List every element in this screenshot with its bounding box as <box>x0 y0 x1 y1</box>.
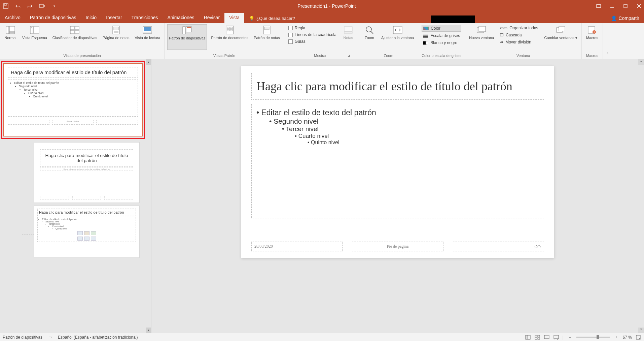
layout-thumbnail-2[interactable]: Haga clic para modificar el estilo de tí… <box>34 206 140 258</box>
arrange-all-button[interactable]: ▭▭Organizar todas <box>499 25 539 31</box>
body-level-1: Editar el estilo de texto del patrón <box>256 108 539 117</box>
tab-vista[interactable]: Vista <box>224 13 244 23</box>
thumb-layout2-body: Editar el estilo de texto del patrón Seg… <box>37 217 136 242</box>
guides-checkbox[interactable]: Guías <box>288 39 336 44</box>
notes-button[interactable]: Notas <box>341 24 356 50</box>
tree-connector <box>22 300 34 300</box>
group-mostrar: Regla Líneas de la cuadrícula Guías Nota… <box>284 23 359 59</box>
qat-dropdown-icon[interactable]: ▾ <box>51 3 57 9</box>
ruler-checkbox[interactable]: Regla <box>288 26 336 30</box>
slide-canvas[interactable]: Haga clic para modificar el estilo de tí… <box>241 66 554 258</box>
scroll-up-icon[interactable]: ▴ <box>638 59 644 65</box>
zoom-slider[interactable] <box>576 337 610 338</box>
thumbnail-scrollbar[interactable]: ▴ ▾ <box>146 59 151 333</box>
move-split-button[interactable]: ⇹Mover división <box>499 39 539 45</box>
close-icon[interactable] <box>637 4 641 8</box>
spell-check-icon[interactable]: ▭ <box>47 335 53 340</box>
scroll-up-icon[interactable]: ▴ <box>146 59 151 65</box>
tab-insertar[interactable]: Insertar <box>101 13 127 23</box>
group-color: Color Escala de grises Blanco y negro Co… <box>418 23 465 59</box>
color-button[interactable]: Color <box>422 25 461 32</box>
slide-sorter-button[interactable]: Clasificador de diapositivas <box>51 24 99 50</box>
notes-master-button[interactable]: Patrón de notas <box>252 24 281 50</box>
svg-rect-14 <box>75 26 79 30</box>
tab-revisar[interactable]: Revisar <box>199 13 224 23</box>
title-placeholder[interactable]: Haga clic para modificar el estilo de tí… <box>251 73 544 100</box>
svg-rect-10 <box>34 26 39 34</box>
reading-view-button[interactable]: Vista de lectura <box>134 24 162 50</box>
outline-view-button[interactable]: Vista Esquema <box>21 24 48 50</box>
master-slide-thumbnail[interactable]: 1 Haga clic para modificar el estilo de … <box>1 61 145 139</box>
date-placeholder[interactable]: 28/08/2020 <box>251 242 343 251</box>
svg-rect-40 <box>393 26 402 34</box>
save-icon[interactable] <box>3 3 9 9</box>
svg-rect-29 <box>230 27 232 29</box>
scroll-down-icon[interactable]: ▾ <box>146 328 151 333</box>
content-placeholder[interactable]: Editar el estilo de texto del patrón Seg… <box>251 104 544 218</box>
macros-button[interactable]: Macros <box>584 24 600 50</box>
fit-to-window-icon[interactable] <box>635 335 641 340</box>
share-button[interactable]: 👤Compartir <box>606 13 644 23</box>
normal-view-button[interactable]: Normal <box>3 24 18 50</box>
zoom-level[interactable]: 67 % <box>623 335 632 340</box>
reading-view-icon[interactable] <box>544 335 550 340</box>
arrange-all-icon: ▭▭ <box>500 26 507 30</box>
zoom-in-button[interactable]: + <box>613 335 619 340</box>
mostrar-launcher-icon[interactable]: ◢ <box>348 54 350 57</box>
normal-view-icon[interactable] <box>525 335 531 340</box>
slide-number-placeholder[interactable]: ‹Nº› <box>453 242 544 251</box>
svg-rect-5 <box>624 4 627 8</box>
maximize-icon[interactable] <box>623 4 628 8</box>
status-language[interactable]: Español (España - alfabetización tradici… <box>58 335 138 340</box>
thumb-layout1-title: Haga clic para modificar el estilo de tí… <box>40 149 133 167</box>
slide-sorter-view-icon[interactable] <box>534 335 540 340</box>
start-from-beginning-icon[interactable] <box>39 3 45 9</box>
reading-view-label: Vista de lectura <box>135 36 160 40</box>
svg-rect-6 <box>6 26 9 34</box>
grayscale-button[interactable]: Escala de grises <box>422 33 461 39</box>
svg-rect-53 <box>544 335 549 339</box>
slideshow-view-icon[interactable] <box>553 335 559 340</box>
footer-placeholder[interactable]: Pie de página <box>352 242 443 251</box>
layout-thumbnail-1[interactable]: Haga clic para modificar el estilo de tí… <box>34 142 140 203</box>
tab-patron-diapositivas[interactable]: Patrón de diapositivas <box>25 13 81 23</box>
slide-master-button[interactable]: Patrón de diapositivas <box>167 24 207 50</box>
tab-inicio[interactable]: Inicio <box>81 13 101 23</box>
thumb-master-title: Haga clic para modificar el estilo de tí… <box>8 67 138 78</box>
new-window-button[interactable]: Nueva ventana <box>468 24 495 50</box>
notes-page-button[interactable]: Página de notas <box>101 24 131 50</box>
svg-line-39 <box>371 31 373 34</box>
ruler-label: Regla <box>295 26 305 30</box>
gridlines-checkbox[interactable]: Líneas de la cuadrícula <box>288 32 336 37</box>
tell-me-search[interactable]: 💡¿Qué desea hacer? <box>244 14 300 23</box>
editor-scrollbar[interactable]: ▴ ▾ <box>638 59 644 333</box>
group-label-zoom: Zoom <box>384 53 393 58</box>
zoom-out-button[interactable]: − <box>567 335 573 340</box>
black-white-button[interactable]: Blanco y negro <box>422 40 461 46</box>
cascade-label: Cascada <box>506 33 522 37</box>
fit-to-window-button[interactable]: Ajustar a la ventana <box>380 24 415 50</box>
grayscale-label: Escala de grises <box>430 33 460 38</box>
svg-rect-51 <box>535 338 537 339</box>
cascade-button[interactable]: ❐Cascada <box>499 32 539 38</box>
switch-windows-label: Cambiar ventanas <box>544 36 574 40</box>
notes-master-label: Patrón de notas <box>254 36 280 40</box>
ribbon-display-options-icon[interactable] <box>596 4 601 8</box>
thumb-layout2-title: Haga clic para modificar el estilo de tí… <box>37 209 136 216</box>
collapse-ribbon-icon[interactable]: ˄ <box>603 23 612 59</box>
handout-master-button[interactable]: Patrón de documentos <box>210 24 250 50</box>
tab-archivo[interactable]: Archivo <box>0 13 25 23</box>
workspace: 1 Haga clic para modificar el estilo de … <box>0 59 644 333</box>
zoom-button[interactable]: Zoom <box>362 24 377 50</box>
undo-icon[interactable] <box>15 3 21 9</box>
minimize-icon[interactable] <box>610 4 614 8</box>
tab-transiciones[interactable]: Transiciones <box>127 13 163 23</box>
move-split-label: Mover división <box>505 40 531 44</box>
tab-animaciones[interactable]: Animaciones <box>163 13 199 23</box>
redo-icon[interactable] <box>27 3 33 9</box>
svg-rect-26 <box>187 27 191 28</box>
titlebar: ▾ Presentación1 - PowerPoint <box>0 0 644 12</box>
scroll-down-icon[interactable]: ▾ <box>638 328 644 333</box>
switch-windows-button[interactable]: Cambiar ventanas ▾ <box>543 24 579 50</box>
svg-rect-30 <box>227 29 229 31</box>
